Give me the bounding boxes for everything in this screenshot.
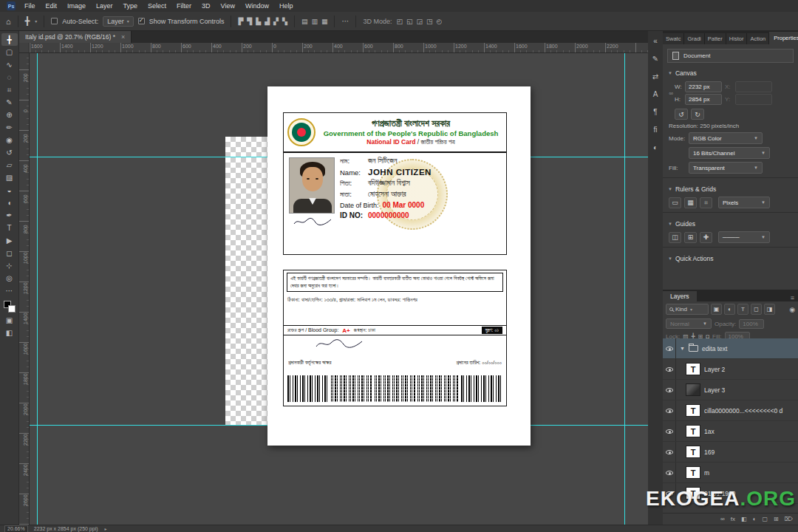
layer-search-filter[interactable]: Kind ▾	[666, 304, 709, 315]
panel-tab-patter[interactable]: Patter	[705, 33, 726, 44]
more-tools[interactable]: ⋯	[1, 284, 18, 297]
screen-mode-tool[interactable]: ◧	[1, 327, 18, 339]
glyphs-panel-icon[interactable]: ﬁ	[654, 126, 658, 134]
guides-icon-2[interactable]: ✚	[700, 232, 712, 243]
close-icon[interactable]: ×	[121, 33, 125, 41]
vertical-ruler[interactable]: 2000200400600800100012001400160018002000…	[19, 53, 30, 525]
menu-layer[interactable]: Layer	[91, 0, 118, 12]
healing-brush-tool[interactable]: ⊕	[1, 109, 18, 121]
3d-mode-icon-4[interactable]: ◴	[437, 18, 443, 25]
distribute-icon-1[interactable]: ▥	[311, 18, 318, 25]
layer-visibility-toggle[interactable]	[663, 421, 676, 441]
eraser-tool[interactable]: ▱	[1, 159, 18, 171]
move-tool[interactable]: ╋	[1, 33, 18, 46]
new-layer-icon[interactable]: ⊞	[774, 516, 779, 522]
menu-view[interactable]: View	[216, 0, 240, 12]
chevron-down-icon[interactable]: ▼	[680, 346, 685, 351]
distribute-icon-2[interactable]: ▦	[321, 18, 328, 25]
layer-row[interactable]: TLayer 2	[663, 359, 798, 380]
menu-type[interactable]: Type	[118, 0, 143, 12]
pen-tool[interactable]: ✒	[1, 209, 18, 222]
document-tab[interactable]: Italy id.psd @ 20.7% (RGB/16) * ×	[19, 31, 132, 43]
history-brush-tool[interactable]: ↺	[1, 146, 18, 159]
guides-section-header[interactable]: ▼Guides	[663, 216, 798, 230]
menu-image[interactable]: Image	[62, 0, 91, 12]
layer-filter-icon-4[interactable]: ◨	[764, 304, 775, 315]
menu-edit[interactable]: Edit	[41, 0, 63, 12]
height-input[interactable]: 2854 px	[685, 94, 722, 105]
align-icon-1[interactable]: ▜	[247, 18, 252, 25]
layer-filter-icon-1[interactable]: ◐	[724, 304, 735, 315]
layer-row[interactable]: ▼edita text	[663, 338, 798, 359]
layer-mask-icon[interactable]: ◧	[741, 516, 747, 522]
canvas-area[interactable]: গণপ্রজাতন্ত্রী বাংলাদেশ সরকার Government…	[30, 53, 648, 525]
panel-tab-action[interactable]: Action	[747, 33, 769, 44]
ruler-corner[interactable]	[19, 43, 30, 53]
lasso-tool[interactable]: ∿	[1, 58, 18, 71]
character-panel-icon[interactable]: A	[653, 90, 658, 98]
layer-effects-icon[interactable]: fx	[731, 516, 735, 522]
canvas-fill-dropdown[interactable]: Transparent▼	[689, 162, 763, 174]
panel-tab-histor[interactable]: Histor	[726, 33, 748, 44]
panel-menu-icon[interactable]: ≡	[787, 294, 798, 301]
3d-mode-icon-0[interactable]: ◰	[397, 18, 403, 25]
menu-select[interactable]: Select	[143, 0, 171, 12]
brush-settings-icon[interactable]: ✎	[652, 55, 658, 63]
width-input[interactable]: 2232 px	[685, 81, 722, 92]
marquee-tool[interactable]: ▢	[1, 46, 18, 58]
quick-selection-tool[interactable]: ◌	[1, 71, 18, 83]
panel-tab-swatc[interactable]: Swatc	[663, 33, 684, 44]
background-color-swatch[interactable]	[8, 305, 16, 313]
layer-row[interactable]: Layer 3	[663, 380, 798, 400]
layer-group-icon[interactable]: ▢	[762, 516, 768, 522]
panel-tab-gradi[interactable]: Gradi	[684, 33, 704, 44]
shape-tool[interactable]: ◻	[1, 247, 18, 259]
guides-icon-1[interactable]: ⊞	[684, 232, 697, 243]
layer-filter-icon-0[interactable]: ▣	[711, 304, 722, 315]
rulers-grids-icon-1[interactable]: ▦	[684, 197, 697, 208]
layer-visibility-toggle[interactable]	[663, 380, 676, 400]
color-swatches[interactable]	[4, 301, 16, 313]
layer-visibility-toggle[interactable]	[663, 338, 676, 358]
link-dimensions-icon[interactable]: ∞	[667, 80, 675, 106]
zoom-tool[interactable]: ◎	[1, 272, 18, 284]
3d-mode-icon-3[interactable]: ◳	[426, 18, 433, 25]
layer-row[interactable]: Tm	[663, 463, 798, 483]
layer-row[interactable]: T1ax	[663, 421, 798, 442]
bit-depth-dropdown[interactable]: 16 Bits/Channel▼	[689, 147, 770, 159]
panel-tab-properties[interactable]: Properties	[769, 32, 798, 44]
link-layers-icon[interactable]: ∞	[720, 516, 725, 522]
crop-tool[interactable]: ⌗	[1, 83, 18, 96]
rulers-grids-section-header[interactable]: ▼Rulers & Grids	[663, 182, 798, 195]
clone-stamp-tool[interactable]: ◉	[1, 134, 18, 146]
align-icon-3[interactable]: ▟	[265, 18, 270, 25]
align-icon-2[interactable]: ▙	[256, 18, 261, 25]
adjustment-layer-icon[interactable]: ◐	[753, 516, 757, 522]
align-icon-4[interactable]: ▞	[273, 18, 279, 25]
menu-help[interactable]: Help	[274, 0, 299, 12]
show-transform-checkbox[interactable]	[138, 18, 145, 24]
collapse-panels-icon[interactable]: «	[653, 37, 658, 45]
layer-filter-icon-2[interactable]: T	[737, 304, 748, 315]
menu-filter[interactable]: Filter	[171, 0, 197, 12]
gradient-tool[interactable]: ▨	[1, 171, 18, 184]
rotate-canvas-left-button[interactable]: ↺	[675, 109, 688, 120]
guides-icon-0[interactable]: ◫	[669, 232, 681, 243]
quick-mask-tool[interactable]: ▣	[1, 314, 18, 327]
dodge-tool[interactable]: ◖	[1, 197, 18, 209]
distribute-icon-0[interactable]: ▤	[301, 18, 308, 25]
layer-visibility-toggle[interactable]	[663, 400, 676, 420]
3d-mode-icon-2[interactable]: ◲	[417, 18, 423, 25]
clone-source-icon[interactable]: ⇄	[652, 72, 658, 81]
menu-window[interactable]: Window	[240, 0, 274, 12]
rotate-canvas-right-button[interactable]: ↻	[691, 109, 704, 120]
align-icon-5[interactable]: ▚	[282, 18, 287, 25]
blend-mode-dropdown[interactable]: Normal▼	[666, 318, 712, 329]
guide-style-dropdown[interactable]: ────▼	[718, 231, 770, 243]
vertical-guide[interactable]	[624, 53, 625, 525]
menu-3d[interactable]: 3D	[197, 0, 216, 12]
type-tool[interactable]: T	[1, 222, 18, 234]
layer-row[interactable]: Tcilla0000000...<<<<<<<<0 d	[663, 400, 798, 421]
menu-file[interactable]: File	[19, 0, 41, 12]
eyedropper-tool[interactable]: ✎	[1, 96, 18, 109]
